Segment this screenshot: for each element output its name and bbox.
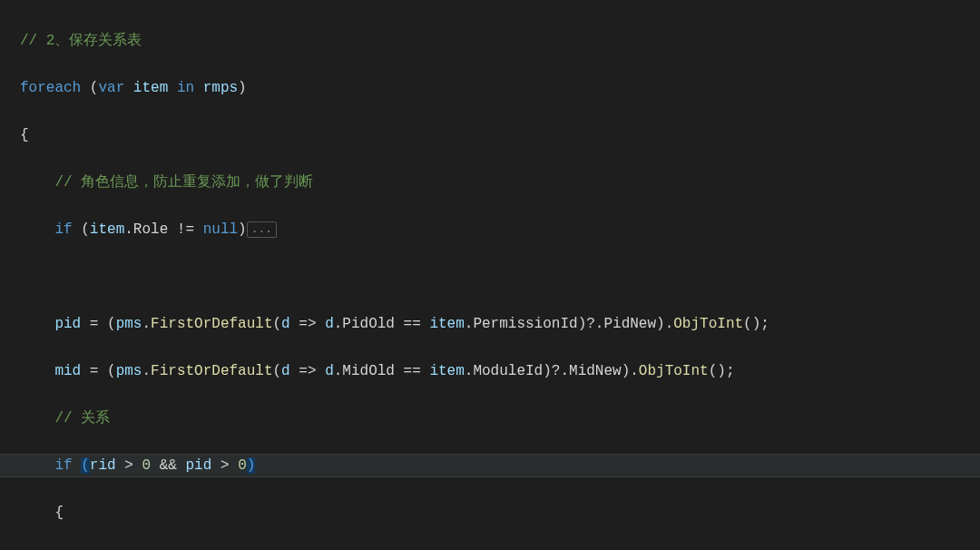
code-line: if (item.Role != null)... <box>0 218 980 241</box>
code-line: { <box>0 501 980 525</box>
code-line: foreach (var item in rmps) <box>0 76 980 100</box>
code-line: mid = (pms.FirstOrDefault(d => d.MidOld … <box>0 359 980 383</box>
comment: // 关系 <box>54 410 110 427</box>
code-line: // 角色信息，防止重复添加，做了判断 <box>0 171 980 194</box>
blank-line <box>0 265 980 289</box>
fold-toggle[interactable]: ... <box>247 221 277 238</box>
keyword-if: if <box>54 221 72 238</box>
identifier: item <box>133 80 168 96</box>
code-line: // 关系 <box>0 407 980 430</box>
comment: // 角色信息，防止重复添加，做了判断 <box>54 174 313 191</box>
identifier: rmps <box>203 80 238 96</box>
current-line: if (rid > 0 && pid > 0) <box>0 454 980 477</box>
bracket-match: ( <box>81 457 90 474</box>
bracket-match: ) <box>247 457 256 474</box>
code-line: // 2、保存关系表 <box>0 29 980 53</box>
comment: // 2、保存关系表 <box>20 33 142 49</box>
code-editor[interactable]: // 2、保存关系表 foreach (var item in rmps) { … <box>0 0 980 550</box>
code-line: pid = (pms.FirstOrDefault(d => d.PidOld … <box>0 312 980 336</box>
keyword-if: if <box>54 457 72 474</box>
keyword-foreach: foreach <box>20 80 81 96</box>
code-line: { <box>0 123 980 147</box>
keyword-var: var <box>98 80 124 96</box>
keyword-in: in <box>177 80 194 96</box>
